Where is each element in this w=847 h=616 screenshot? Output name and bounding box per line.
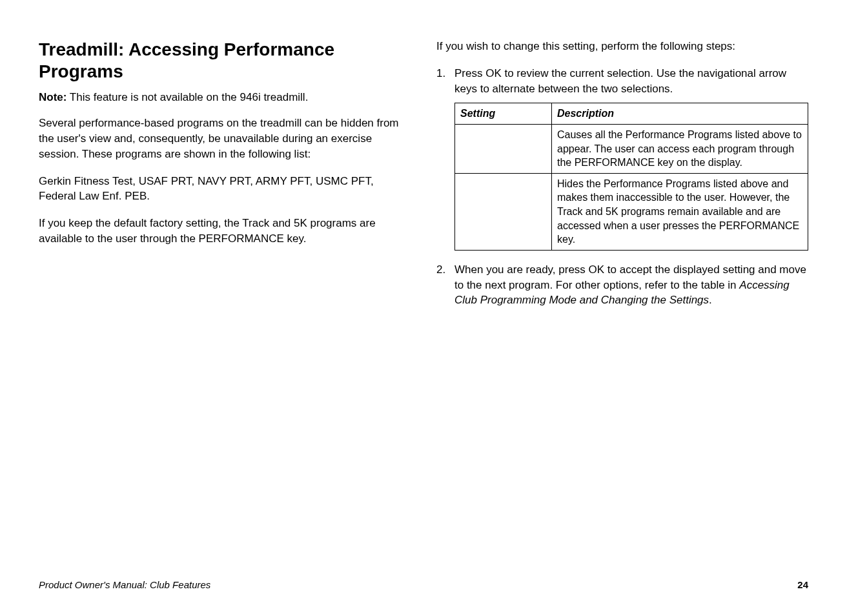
step-2: 2. When you are ready, press OK to accep… <box>436 262 808 308</box>
table-row: Hides the Performance Programs listed ab… <box>455 173 808 250</box>
table-header-row: Setting Description <box>455 103 808 125</box>
table-row: Causes all the Performance Programs list… <box>455 124 808 173</box>
step-1-number: 1. <box>436 66 445 81</box>
table-cell-desc-1: Causes all the Performance Programs list… <box>552 124 808 173</box>
table-cell-desc-2: Hides the Performance Programs listed ab… <box>552 173 808 250</box>
table-header-description: Description <box>552 103 808 125</box>
body-paragraph-3: If you keep the default factory setting,… <box>39 216 411 247</box>
page-heading: Treadmill: Accessing Performance Program… <box>39 39 411 82</box>
footer-page-number: 24 <box>797 579 808 590</box>
table-cell-setting-2 <box>455 173 552 250</box>
step-1: 1. Press OK to review the current select… <box>436 66 808 251</box>
body-paragraph-1: Several performance-based programs on th… <box>39 116 411 161</box>
step-1-text: Press OK to review the current selection… <box>454 66 808 97</box>
right-column: If you wish to change this setting, perf… <box>436 39 808 316</box>
page-content: Treadmill: Accessing Performance Program… <box>0 0 847 316</box>
table-cell-setting-1 <box>455 124 552 173</box>
steps-list: 1. Press OK to review the current select… <box>436 66 808 308</box>
body-paragraph-2: Gerkin Fitness Test, USAF PRT, NAVY PRT,… <box>39 174 411 205</box>
note-text: This feature is not available on the 946… <box>66 91 308 103</box>
table-header-setting: Setting <box>455 103 552 125</box>
left-column: Treadmill: Accessing Performance Program… <box>39 39 411 316</box>
page-footer: Product Owner's Manual: Club Features 24 <box>39 579 808 590</box>
step-1-text-a: Press OK to review the current <box>454 67 607 79</box>
footer-title: Product Owner's Manual: Club Features <box>39 579 210 590</box>
note-label: Note: <box>39 91 66 103</box>
right-intro: If you wish to change this setting, perf… <box>436 39 808 54</box>
step-2-text-c: . <box>709 294 712 306</box>
note-paragraph: Note: This feature is not available on t… <box>39 91 411 104</box>
step-2-number: 2. <box>436 262 445 278</box>
settings-table: Setting Description Causes all the Perfo… <box>454 103 808 250</box>
